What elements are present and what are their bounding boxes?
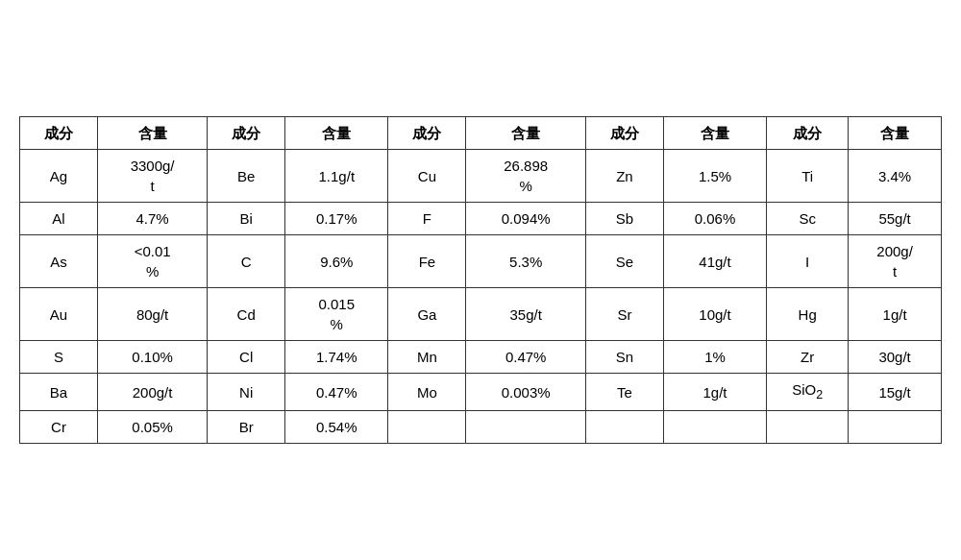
header-col-8: 含量 <box>663 117 766 150</box>
table-row: Ag3300g/tBe1.1g/tCu26.898%Zn1.5%Ti3.4% <box>20 150 942 203</box>
component-cell: Mn <box>388 341 466 374</box>
component-cell: Sr <box>585 288 663 341</box>
empty-cell <box>585 410 663 443</box>
component-cell: Zn <box>585 150 663 203</box>
table-row: Cr0.05%Br0.54% <box>20 410 942 443</box>
value-cell: 0.003% <box>466 374 585 411</box>
value-cell: 0.05% <box>98 410 208 443</box>
component-cell: S <box>20 341 98 374</box>
table-row: Au80g/tCd0.015%Ga35g/tSr10g/tHg1g/t <box>20 288 942 341</box>
value-cell: 9.6% <box>285 235 388 288</box>
component-cell: Ba <box>20 374 98 411</box>
value-cell: 0.17% <box>285 203 388 235</box>
component-cell: Be <box>208 150 285 203</box>
value-cell: 1.5% <box>663 150 766 203</box>
value-cell: 1.74% <box>285 341 388 374</box>
value-cell: 200g/t <box>849 235 942 288</box>
component-cell: Cu <box>388 150 466 203</box>
value-cell: 0.06% <box>663 203 766 235</box>
empty-cell <box>466 410 585 443</box>
component-cell: Cd <box>208 288 285 341</box>
value-cell: 1% <box>663 341 766 374</box>
value-cell: 26.898% <box>466 150 585 203</box>
empty-cell <box>663 410 766 443</box>
component-cell: Zr <box>767 341 849 374</box>
component-cell: Ga <box>388 288 466 341</box>
table-row: Al4.7%Bi0.17%F0.094%Sb0.06%Sc55g/t <box>20 203 942 235</box>
value-cell: 1.1g/t <box>285 150 388 203</box>
component-cell: Cl <box>208 341 285 374</box>
component-cell: Br <box>208 410 285 443</box>
value-cell: 0.47% <box>285 374 388 411</box>
component-cell: Sb <box>585 203 663 235</box>
value-cell: 10g/t <box>663 288 766 341</box>
component-cell: Al <box>20 203 98 235</box>
value-cell: 0.094% <box>466 203 585 235</box>
header-col-7: 成分 <box>585 117 663 150</box>
empty-cell <box>767 410 849 443</box>
component-cell: Hg <box>767 288 849 341</box>
table-wrapper: 成分 含量 成分 含量 成分 含量 成分 含量 成分 含量 Ag3300g/tB… <box>19 116 942 444</box>
table-row: As<0.01%C9.6%Fe5.3%Se41g/tI200g/t <box>20 235 942 288</box>
header-col-3: 成分 <box>208 117 285 150</box>
header-col-4: 含量 <box>285 117 388 150</box>
value-cell: 41g/t <box>663 235 766 288</box>
value-cell: 5.3% <box>466 235 585 288</box>
component-cell: Fe <box>388 235 466 288</box>
value-cell: 200g/t <box>98 374 208 411</box>
value-cell: 1g/t <box>849 288 942 341</box>
header-row: 成分 含量 成分 含量 成分 含量 成分 含量 成分 含量 <box>20 117 942 150</box>
empty-cell <box>388 410 466 443</box>
value-cell: 80g/t <box>98 288 208 341</box>
header-col-6: 含量 <box>466 117 585 150</box>
value-cell: 4.7% <box>98 203 208 235</box>
component-cell: Sc <box>767 203 849 235</box>
component-cell: As <box>20 235 98 288</box>
component-cell: I <box>767 235 849 288</box>
empty-cell <box>849 410 942 443</box>
component-cell: Se <box>585 235 663 288</box>
value-cell: 55g/t <box>849 203 942 235</box>
table-row: S0.10%Cl1.74%Mn0.47%Sn1%Zr30g/t <box>20 341 942 374</box>
component-cell: Cr <box>20 410 98 443</box>
header-col-10: 含量 <box>849 117 942 150</box>
table-row: Ba200g/tNi0.47%Mo0.003%Te1g/tSiO215g/t <box>20 374 942 411</box>
composition-table: 成分 含量 成分 含量 成分 含量 成分 含量 成分 含量 Ag3300g/tB… <box>19 116 942 444</box>
value-cell: 0.54% <box>285 410 388 443</box>
component-cell: Ag <box>20 150 98 203</box>
component-cell: Au <box>20 288 98 341</box>
header-col-2: 含量 <box>98 117 208 150</box>
component-cell: SiO2 <box>767 374 849 411</box>
value-cell: 0.015% <box>285 288 388 341</box>
header-col-5: 成分 <box>388 117 466 150</box>
component-cell: Bi <box>208 203 285 235</box>
header-col-1: 成分 <box>20 117 98 150</box>
value-cell: 3300g/t <box>98 150 208 203</box>
header-col-9: 成分 <box>767 117 849 150</box>
value-cell: 0.10% <box>98 341 208 374</box>
value-cell: 30g/t <box>849 341 942 374</box>
component-cell: Te <box>585 374 663 411</box>
component-cell: Mo <box>388 374 466 411</box>
value-cell: 1g/t <box>663 374 766 411</box>
value-cell: 15g/t <box>849 374 942 411</box>
component-cell: Sn <box>585 341 663 374</box>
value-cell: 0.47% <box>466 341 585 374</box>
component-cell: Ti <box>767 150 849 203</box>
value-cell: 3.4% <box>849 150 942 203</box>
value-cell: <0.01% <box>98 235 208 288</box>
value-cell: 35g/t <box>466 288 585 341</box>
component-cell: F <box>388 203 466 235</box>
component-cell: C <box>208 235 285 288</box>
component-cell: Ni <box>208 374 285 411</box>
